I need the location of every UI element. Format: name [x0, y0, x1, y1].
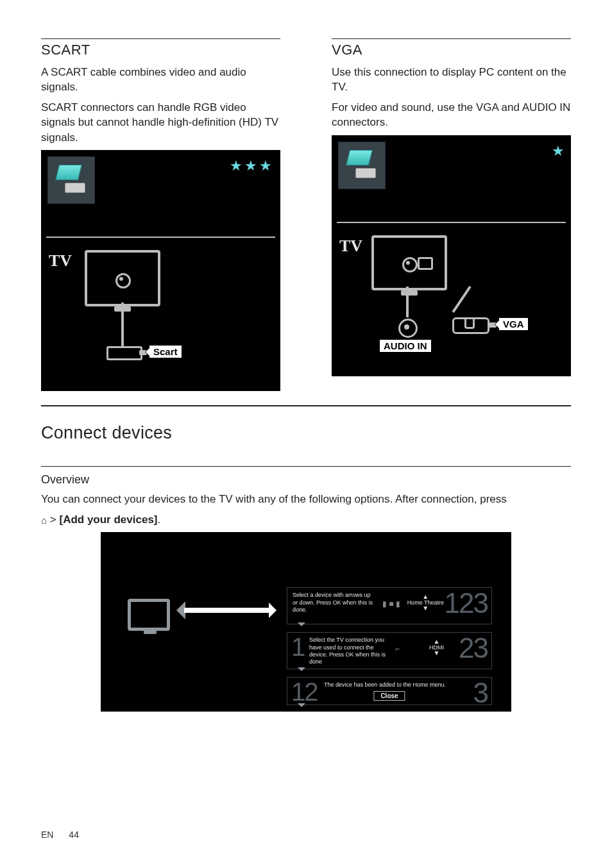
scart-diagram: ★★★ TV Scart — [41, 150, 280, 391]
vga-heading: VGA — [332, 42, 571, 58]
quality-stars: ★★★ — [230, 158, 274, 174]
close-button[interactable]: Close — [373, 691, 405, 701]
page-footer: EN 44 — [41, 830, 79, 840]
tv-label: TV — [49, 251, 72, 271]
scart-plug-icon — [106, 346, 142, 360]
add-your-devices-label: [Add your devices] — [59, 513, 157, 526]
step-2-selector: ▲ HDMI ▼ — [429, 639, 444, 656]
overview-diagram: Select a device with arrows up or down. … — [101, 532, 511, 712]
vga-port-label: VGA — [498, 317, 529, 331]
rule — [41, 405, 571, 406]
step-1-text: Select a device with arrows up or down. … — [293, 592, 376, 613]
vga-section: VGA Use this connection to display PC co… — [332, 38, 571, 391]
device-icons: ▮ ■ ▮ — [382, 599, 400, 608]
audio-jack-icon — [398, 319, 418, 338]
step-3-number-left: 12 — [291, 679, 318, 705]
scart-connector-icon — [47, 156, 95, 204]
rule — [41, 466, 571, 467]
tv-icon — [128, 599, 170, 631]
vga-paragraph-1: Use this connection to display PC conten… — [332, 65, 571, 95]
step-2-text: Select the TV connection you have used t… — [309, 637, 393, 665]
scart-port-label: Scart — [149, 345, 182, 358]
scart-section: SCART A SCART cable combines video and a… — [41, 38, 280, 391]
vga-paragraph-2: For video and sound, use the VGA and AUD… — [332, 100, 571, 130]
step-3-panel: 12 The device has been added to the Home… — [287, 677, 492, 705]
rule — [332, 38, 571, 39]
tv-icon — [85, 250, 160, 306]
step-3-text: The device has been added to the Home me… — [321, 681, 449, 689]
step-3-number-right: 3 — [473, 679, 488, 707]
step-1-number: 123 — [445, 589, 488, 617]
step-2-number-right: 23 — [459, 634, 488, 662]
vga-diagram: ★ TV VGA AUDIO IN — [332, 135, 571, 376]
scart-paragraph-2: SCART connectors can handle RGB video si… — [41, 100, 280, 145]
step-2-panel: 1 Select the TV connection you have used… — [287, 632, 492, 669]
vga-plug-icon — [452, 317, 489, 334]
step-1-panel: Select a device with arrows up or down. … — [287, 587, 492, 624]
scart-heading: SCART — [41, 42, 280, 58]
arrow-icon — [184, 608, 274, 613]
audio-in-port-label: AUDIO IN — [379, 339, 432, 353]
arrow-icon — [167, 601, 185, 619]
rule — [41, 38, 280, 39]
tv-icon — [371, 235, 447, 290]
scart-paragraph-1: A SCART cable combines video and audio s… — [41, 65, 280, 95]
quality-stars: ★ — [552, 143, 565, 160]
connector-icon: ⌐ — [395, 644, 400, 653]
connect-devices-heading: Connect devices — [41, 423, 571, 443]
overview-subheading: Overview — [41, 473, 571, 487]
overview-intro: You can connect your devices to the TV w… — [41, 492, 571, 506]
step-1-selector: ▲ Home Theatre ▼ — [407, 594, 444, 611]
language-label: EN — [41, 830, 53, 840]
page-number: 44 — [69, 830, 79, 840]
overview-instruction: ⌂ > [Add your devices]. — [41, 512, 571, 528]
step-2-number-left: 1 — [291, 634, 304, 660]
tv-label: TV — [339, 237, 362, 256]
vga-connector-icon — [338, 142, 386, 189]
home-icon: ⌂ — [41, 515, 47, 526]
